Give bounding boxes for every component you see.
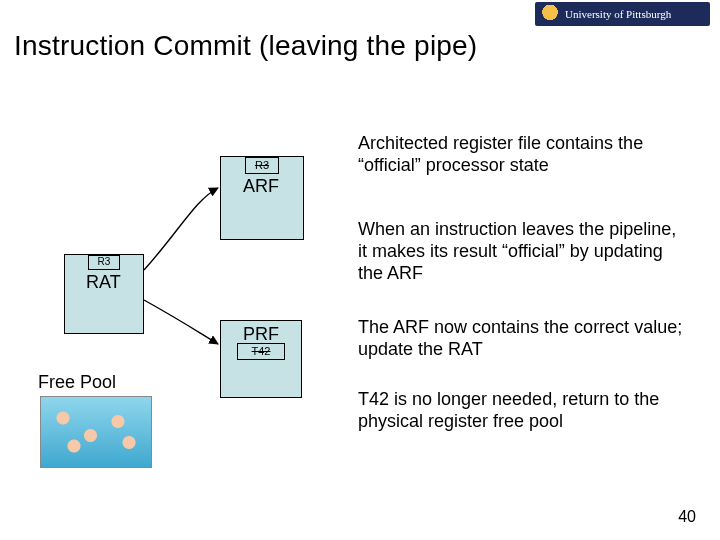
slide-title: Instruction Commit (leaving the pipe)	[14, 30, 477, 62]
free-pool-label: Free Pool	[38, 372, 116, 393]
shield-icon	[541, 5, 559, 23]
brand-badge: University of Pittsburgh	[535, 2, 710, 26]
prf-cell: T42	[237, 343, 285, 360]
slide: University of Pittsburgh Instruction Com…	[0, 0, 720, 540]
arf-head-cell: R3	[245, 157, 279, 174]
brand-text: University of Pittsburgh	[565, 8, 671, 20]
paragraph-update-rat: The ARF now contains the correct value; …	[358, 316, 690, 360]
rat-head-cell: R3	[88, 255, 120, 270]
prf-label: PRF	[243, 324, 279, 345]
rat-label: RAT	[86, 272, 121, 293]
paragraph-commit: When an instruction leaves the pipeline,…	[358, 218, 690, 284]
arf-label: ARF	[243, 176, 279, 197]
paragraph-free-pool: T42 is no longer needed, return to the p…	[358, 388, 690, 432]
paragraph-arf: Architected register file contains the “…	[358, 132, 690, 176]
page-number: 40	[678, 508, 696, 526]
free-pool-illustration	[40, 396, 152, 468]
